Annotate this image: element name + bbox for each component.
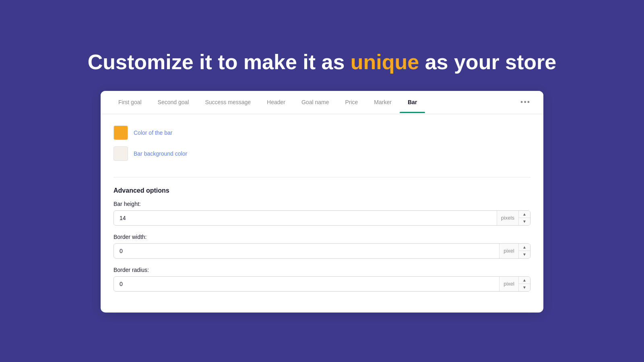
border-radius-input[interactable] <box>114 277 499 291</box>
border-width-down[interactable]: ▼ <box>519 251 530 258</box>
border-width-input[interactable] <box>114 244 499 258</box>
border-radius-group: Border radius: pixel ▲ ▼ <box>114 267 530 292</box>
bar-height-input-row: pixels ▲ ▼ <box>114 210 530 226</box>
border-radius-label: Border radius: <box>114 267 530 273</box>
headline-prefix: Customize it to make it as <box>88 50 351 74</box>
tab-second-goal[interactable]: Second goal <box>150 92 197 113</box>
bar-height-label: Bar height: <box>114 201 530 207</box>
tab-price[interactable]: Price <box>337 92 366 113</box>
tab-success-message[interactable]: Success message <box>197 92 259 113</box>
bar-height-input[interactable] <box>114 211 497 225</box>
headline-suffix: as your store <box>419 50 556 74</box>
tab-marker[interactable]: Marker <box>366 92 400 113</box>
bar-height-down[interactable]: ▼ <box>519 218 530 225</box>
bg-color-swatch[interactable] <box>114 146 128 161</box>
border-width-label: Border width: <box>114 234 530 240</box>
bar-height-unit: pixels <box>497 211 518 225</box>
page-wrapper: Customize it to make it as unique as you… <box>0 49 644 312</box>
tab-header[interactable]: Header <box>259 92 293 113</box>
border-width-group: Border width: pixel ▲ ▼ <box>114 234 530 259</box>
tab-goal-name[interactable]: Goal name <box>293 92 337 113</box>
border-radius-up[interactable]: ▲ <box>519 277 530 284</box>
headline: Customize it to make it as unique as you… <box>88 49 557 74</box>
border-radius-down[interactable]: ▼ <box>519 284 530 291</box>
tabs-bar: First goal Second goal Success message H… <box>101 91 543 114</box>
bar-height-up[interactable]: ▲ <box>519 211 530 218</box>
border-width-unit: pixel <box>499 244 518 258</box>
tab-bar[interactable]: Bar <box>400 92 425 113</box>
headline-accent: unique <box>351 50 419 74</box>
bar-color-label[interactable]: Color of the bar <box>134 130 173 136</box>
tab-more[interactable]: ••• <box>517 91 534 114</box>
border-radius-spinners: ▲ ▼ <box>518 277 530 291</box>
border-radius-input-row: pixel ▲ ▼ <box>114 276 530 292</box>
panel-content: Color of the bar Bar background color Ad… <box>101 114 543 313</box>
bar-height-group: Bar height: pixels ▲ ▼ <box>114 201 530 226</box>
advanced-section: Advanced options Bar height: pixels ▲ ▼ … <box>114 187 530 292</box>
border-radius-unit: pixel <box>499 277 518 291</box>
bar-color-row: Color of the bar <box>114 125 530 140</box>
tab-first-goal[interactable]: First goal <box>110 92 150 113</box>
bar-color-swatch[interactable] <box>114 125 128 140</box>
border-width-spinners: ▲ ▼ <box>518 244 530 258</box>
advanced-title: Advanced options <box>114 187 530 194</box>
bg-color-row: Bar background color <box>114 146 530 161</box>
color-section: Color of the bar Bar background color <box>114 125 530 177</box>
border-width-up[interactable]: ▲ <box>519 244 530 251</box>
border-width-input-row: pixel ▲ ▼ <box>114 243 530 259</box>
settings-panel: First goal Second goal Success message H… <box>101 91 543 313</box>
bar-height-spinners: ▲ ▼ <box>518 211 530 225</box>
bg-color-label[interactable]: Bar background color <box>134 150 187 157</box>
